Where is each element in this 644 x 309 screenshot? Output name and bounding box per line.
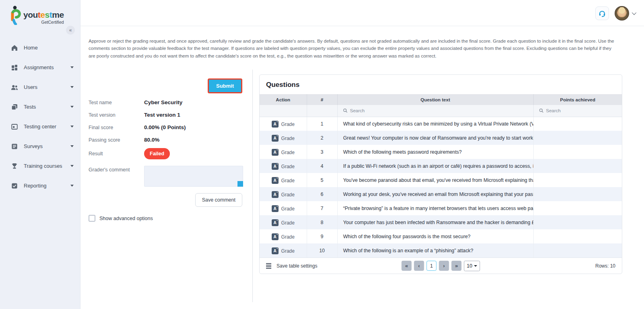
points-achieved-cell: [533, 187, 622, 201]
grade-button[interactable]: A+ Grade: [272, 149, 295, 156]
sidebar-item-home[interactable]: Home: [0, 38, 80, 58]
question-row: A+ Grade 1 What kind of cybersecurity ri…: [260, 117, 622, 131]
question-text: Which of the following meets password re…: [337, 145, 533, 159]
grade-icon: A+: [272, 177, 279, 184]
points-achieved-cell: [533, 173, 622, 187]
avatar[interactable]: [615, 6, 629, 21]
question-row: A+ Grade 2 Great news! Your computer is …: [260, 131, 622, 145]
question-row: A+ Grade 9 Which of the following four p…: [260, 229, 622, 243]
field-test-name: Test name Cyber Security: [89, 99, 252, 106]
table-header-row: Action # Question text Points achieved: [260, 94, 622, 105]
home-icon: [11, 44, 18, 52]
brand-subtitle: GetCertified: [23, 20, 64, 25]
grade-button[interactable]: A+ Grade: [272, 247, 295, 254]
prev-page-button[interactable]: ‹: [414, 261, 424, 271]
chevron-down-icon: [70, 185, 74, 187]
field-final-score: Final score 0.00% (0 Points): [89, 124, 252, 131]
user-menu[interactable]: [615, 6, 635, 21]
question-number: 2: [307, 131, 337, 145]
last-page-button[interactable]: »: [452, 261, 462, 271]
support-button[interactable]: [595, 6, 609, 20]
question-number: 6: [307, 187, 337, 201]
question-row: A+ Grade 10 Which of the following is an…: [260, 243, 622, 258]
question-number: 3: [307, 145, 337, 159]
grade-button[interactable]: A+ Grade: [272, 163, 295, 170]
textarea-resize-handle[interactable]: [237, 181, 243, 187]
grade-button[interactable]: A+ Grade: [272, 233, 295, 240]
rows-count-label: Rows: 10: [595, 263, 615, 269]
grade-icon: A+: [272, 149, 279, 156]
grade-button[interactable]: A+ Grade: [272, 219, 295, 226]
chevron-down-icon: [474, 265, 477, 267]
question-text: If a public Wi-Fi network (such as in an…: [337, 159, 533, 173]
graders-comment-textarea[interactable]: [144, 166, 243, 187]
headset-icon: [598, 9, 606, 17]
prev-page-icon: ‹: [418, 263, 420, 269]
question-row: A+ Grade 3 Which of the following meets …: [260, 145, 622, 159]
question-row: A+ Grade 7 “Private browsing” is a featu…: [260, 201, 622, 215]
page-description: Approve or reject the grading request, a…: [89, 37, 619, 60]
points-achieved-cell: [533, 215, 622, 229]
table-settings-icon[interactable]: [266, 263, 271, 269]
grade-icon: A+: [272, 205, 279, 212]
tests-icon: [11, 103, 18, 111]
show-advanced-options-checkbox[interactable]: [89, 215, 95, 222]
brand-wordmark: youtestme: [23, 10, 64, 19]
test-details-pane: Submit Test name Cyber Security Test ver…: [80, 70, 253, 302]
sidebar-item-reporting[interactable]: Reporting: [0, 176, 80, 196]
sidebar-item-users[interactable]: Users: [0, 77, 80, 97]
save-table-settings-button[interactable]: Save table settings: [277, 263, 317, 269]
question-text: Which of the following four passwords is…: [337, 229, 533, 243]
chevron-down-icon: [70, 145, 74, 147]
topbar: [80, 0, 644, 26]
current-page-indicator[interactable]: 1: [427, 261, 437, 271]
question-number: 5: [307, 173, 337, 187]
question-text: “Private browsing” is a feature in many …: [337, 201, 533, 215]
field-graders-comment: Grader's comment: [89, 166, 252, 187]
grade-button[interactable]: A+ Grade: [272, 191, 295, 198]
question-number: 4: [307, 159, 337, 173]
column-header-number: #: [307, 94, 337, 105]
chevron-down-icon: [70, 165, 74, 167]
sidebar-nav: Home Assignments Users Tests: [0, 38, 80, 196]
save-comment-button[interactable]: Save comment: [195, 193, 242, 207]
grade-button[interactable]: A+ Grade: [272, 177, 295, 184]
question-text: Which of the following is an example of …: [337, 243, 533, 258]
question-number: 1: [307, 117, 337, 131]
next-page-icon: ›: [443, 263, 445, 269]
sidebar-collapse-button[interactable]: «: [66, 26, 75, 35]
assignments-icon: [11, 64, 18, 71]
grade-icon: A+: [272, 247, 279, 254]
grade-icon: A+: [272, 219, 279, 226]
brand-logo[interactable]: youtestme GetCertified «: [0, 0, 80, 27]
first-page-button[interactable]: «: [402, 261, 412, 271]
users-icon: [11, 84, 18, 91]
question-row: A+ Grade 6 Working at your desk, you've …: [260, 187, 622, 201]
sidebar-item-surveys[interactable]: Surveys: [0, 136, 80, 156]
field-result: Result Failed: [89, 148, 252, 159]
sidebar-item-tests[interactable]: Tests: [0, 97, 80, 117]
sidebar-item-training-courses[interactable]: Training courses: [0, 156, 80, 176]
page-size-select[interactable]: 10: [464, 261, 480, 271]
submit-button[interactable]: Submit: [208, 78, 242, 93]
grade-button[interactable]: A+ Grade: [272, 205, 295, 212]
points-achieved-search-input[interactable]: Search: [534, 108, 622, 113]
grade-button[interactable]: A+ Grade: [272, 121, 295, 128]
points-achieved-cell: [533, 117, 622, 131]
next-page-button[interactable]: ›: [439, 261, 449, 271]
sidebar-item-testing-center[interactable]: Testing center: [0, 117, 80, 136]
question-text: Working at your desk, you've received an…: [337, 187, 533, 201]
field-passing-score: Passing score 80.0%: [89, 136, 252, 143]
sidebar-item-assignments[interactable]: Assignments: [0, 58, 80, 77]
column-header-question-text: Question text: [337, 94, 533, 105]
question-number: 10: [307, 243, 337, 258]
chevron-down-icon: [70, 106, 74, 108]
grade-icon: A+: [272, 163, 279, 170]
points-achieved-cell: [533, 229, 622, 243]
grading-page: youtestme GetCertified « Home Assignment…: [0, 0, 644, 309]
questions-panel: Questions Action # Question text Points …: [259, 74, 622, 274]
grade-button[interactable]: A+ Grade: [272, 135, 295, 142]
question-text: You've become paranoid about that email,…: [337, 173, 533, 187]
question-text-search-input[interactable]: Search: [338, 108, 533, 113]
column-header-action: Action: [260, 94, 307, 105]
